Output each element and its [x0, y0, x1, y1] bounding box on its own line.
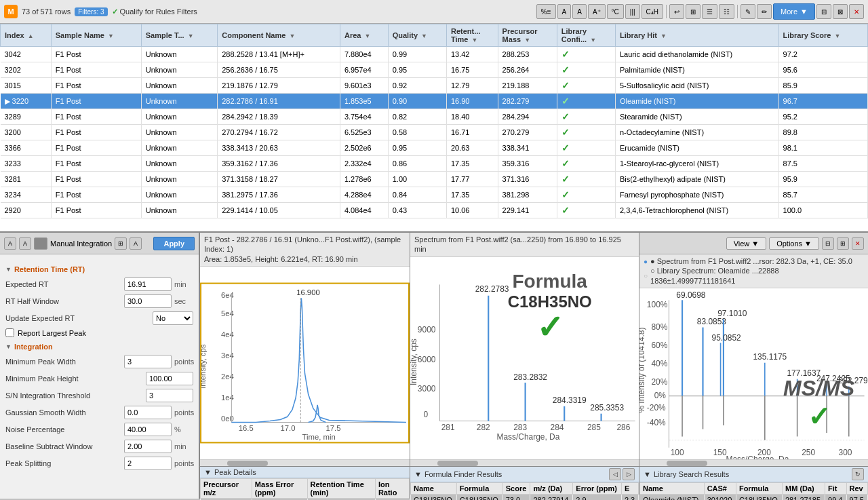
- toolbar-btn-temp[interactable]: °C: [607, 4, 624, 19]
- toolbar-btn-grid[interactable]: ⊞: [686, 4, 701, 19]
- table-row[interactable]: 3366 F1 Post Unknown 338.3413 / 20.63 2.…: [1, 140, 868, 156]
- library-search-refresh-btn[interactable]: ↻: [852, 468, 864, 480]
- col-component[interactable]: Component Name ▼: [218, 24, 340, 47]
- table-row[interactable]: 3200 F1 Post Unknown 270.2794 / 16.72 6.…: [1, 125, 868, 140]
- peak-details-toggle[interactable]: ▼: [204, 468, 212, 476]
- left-toolbar-btn-gray[interactable]: [34, 237, 47, 250]
- col-quality[interactable]: Quality ▼: [388, 24, 446, 47]
- expected-rt-input[interactable]: [124, 277, 172, 291]
- panel-minimize-btn[interactable]: ⊟: [822, 237, 834, 250]
- cell-area: 1.853e5: [340, 94, 388, 109]
- panel-expand-btn[interactable]: ⊞: [837, 237, 849, 250]
- toolbar-btn-edit2[interactable]: ✏: [757, 4, 772, 19]
- rt-section-label: Retention Time (RT): [14, 265, 85, 273]
- sn-threshold-input[interactable]: [146, 389, 193, 402]
- table-row[interactable]: ▶ 3220 F1 Post Unknown 282.2786 / 16.91 …: [1, 94, 868, 109]
- toolbar-btn-percent[interactable]: %≡: [536, 4, 556, 19]
- col-sample-name[interactable]: Sample Name ▼: [51, 24, 141, 47]
- table-row[interactable]: 3202 F1 Post Unknown 256.2636 / 16.75 6.…: [1, 62, 868, 78]
- toolbar-btn-close2[interactable]: ⊠: [833, 4, 848, 19]
- svg-text:281: 281: [441, 422, 455, 431]
- col-index[interactable]: Index ▲: [1, 24, 52, 47]
- toolbar-btn-a2[interactable]: A: [572, 4, 587, 19]
- min-peak-width-input[interactable]: [124, 355, 172, 368]
- cell-area: 9.601e3: [340, 78, 388, 94]
- table-row[interactable]: 3234 F1 Post Unknown 381.2975 / 17.36 4.…: [1, 187, 868, 203]
- rt-half-window-input[interactable]: [124, 294, 172, 308]
- table-row[interactable]: 3281 F1 Post Unknown 371.3158 / 18.27 1.…: [1, 172, 868, 187]
- table-row[interactable]: 2920 F1 Post Unknown 229.1414 / 10.05 4.…: [1, 203, 868, 218]
- svg-text:9000: 9000: [418, 325, 436, 334]
- cell-precursor: 381.298: [498, 187, 557, 203]
- report-largest-peak-checkbox[interactable]: [5, 328, 14, 337]
- toolbar-btn-undo[interactable]: ↩: [669, 4, 684, 19]
- col-score[interactable]: Library Score ▼: [778, 24, 867, 47]
- panels-row: F1 Post - 282.2786 / 16.91 (Unkno...F1 P…: [200, 233, 868, 466]
- formula-overlay: Formula C18H35NO ✓: [508, 271, 592, 344]
- toolbar-btn-a3[interactable]: A⁺: [588, 4, 606, 19]
- left-toolbar-btn-icon2[interactable]: A: [130, 237, 142, 250]
- toolbar-btn-edit[interactable]: ✎: [741, 4, 755, 19]
- cell-precursor: 229.141: [498, 203, 557, 218]
- min-peak-height-input[interactable]: [146, 372, 193, 385]
- spectrum-content: Formula C18H35NO ✓ Intensity, cps 0 3000…: [410, 257, 639, 459]
- cell-sample: F1 Post: [51, 62, 141, 78]
- options-button[interactable]: Options ▼: [769, 237, 819, 250]
- toolbar-btn-a1[interactable]: A: [557, 4, 572, 19]
- msms-scrollbar[interactable]: [639, 459, 868, 466]
- col-rt[interactable]: Retent...Time ▼: [446, 24, 498, 47]
- formula-finder-btn1[interactable]: ◁: [609, 468, 621, 480]
- toolbar-btn-formula[interactable]: C₄H: [642, 4, 663, 19]
- spectrum-scrollbar[interactable]: [410, 459, 639, 466]
- update-rt-select[interactable]: No Yes: [153, 311, 193, 325]
- expected-rt-label: Expected RT: [5, 280, 121, 288]
- col-sample-type[interactable]: Sample T... ▼: [141, 24, 217, 47]
- library-search-toggle[interactable]: ▼: [644, 470, 651, 478]
- peak-splitting-input[interactable]: [124, 457, 172, 470]
- gaussian-smooth-label: Gaussian Smooth Width: [5, 408, 121, 417]
- formula-finder-table: Name Formula Score m/z (Da) Error (ppm) …: [410, 482, 639, 500]
- formula-finder-btn2[interactable]: ▷: [623, 468, 635, 480]
- table-row[interactable]: 3042 F1 Post Unknown 288.2528 / 13.41 [M…: [1, 47, 868, 62]
- table-row[interactable]: 3015 F1 Post Unknown 219.1876 / 12.79 9.…: [1, 78, 868, 94]
- toolbar-btn-list2[interactable]: ☷: [719, 4, 734, 19]
- cell-rt: 16.75: [446, 62, 498, 78]
- baseline-subtract-input[interactable]: [124, 440, 172, 453]
- ff-e-val: 2.3: [621, 494, 638, 500]
- rt-toggle[interactable]: ▼: [5, 266, 12, 273]
- chrom-scrollbar[interactable]: [200, 459, 410, 466]
- left-toolbar-btn-a1[interactable]: A: [4, 237, 16, 250]
- toolbar-btn-bars[interactable]: |||: [625, 4, 640, 19]
- gaussian-smooth-input[interactable]: [124, 406, 172, 419]
- col-area[interactable]: Area ▼: [340, 24, 388, 47]
- rt-half-window-row: RT Half Window sec: [5, 294, 193, 308]
- cell-conf: ✓: [557, 187, 615, 203]
- peak-col-rt: Retention Time (min): [307, 478, 375, 498]
- left-toolbar-btn-icon1[interactable]: ⊞: [115, 237, 127, 250]
- filter-badge[interactable]: Filters: 3: [75, 7, 107, 16]
- cell-index: 3366: [1, 140, 52, 156]
- noise-pct-input[interactable]: [124, 423, 172, 436]
- formula-finder-toggle[interactable]: ▼: [414, 470, 422, 478]
- toolbar-btn-list[interactable]: ☰: [702, 4, 717, 19]
- table-row[interactable]: 3233 F1 Post Unknown 359.3162 / 17.36 2.…: [1, 156, 868, 172]
- col-precursor[interactable]: PrecursorMass ▼: [498, 24, 557, 47]
- col-hit[interactable]: Library Hit ▼: [615, 24, 778, 47]
- left-toolbar-btn-a2[interactable]: A: [19, 237, 31, 250]
- integration-toggle[interactable]: ▼: [5, 343, 12, 350]
- col-conf[interactable]: LibraryConfi... ▼: [557, 24, 615, 47]
- chrom-svg: Intensity, cps 0e0 1e4 2e4 3e4 4e4 5e4 6…: [200, 267, 410, 459]
- library-search-btn: ↻: [852, 468, 864, 480]
- panel-close-btn[interactable]: ✕: [852, 237, 864, 250]
- toolbar-btn-close3[interactable]: ✕: [849, 4, 864, 19]
- more-button[interactable]: More ▼: [773, 3, 815, 20]
- svg-text:95.0852: 95.0852: [712, 333, 742, 343]
- apply-button[interactable]: Apply: [153, 237, 195, 250]
- view-button[interactable]: View ▼: [726, 237, 767, 250]
- svg-text:250: 250: [802, 447, 815, 457]
- ls-col-cas: CAS#: [704, 482, 736, 494]
- toolbar-btn-close1[interactable]: ⊟: [816, 4, 831, 19]
- svg-text:Mass/Charge, Da: Mass/Charge, Da: [496, 431, 559, 441]
- table-row[interactable]: 3289 F1 Post Unknown 284.2942 / 18.39 3.…: [1, 109, 868, 125]
- cell-precursor: 219.188: [498, 78, 557, 94]
